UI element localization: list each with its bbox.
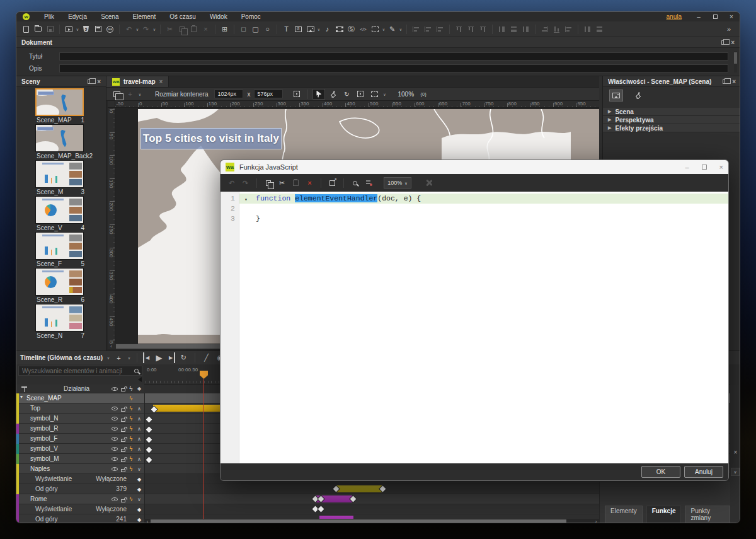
collapse-chevron-icon[interactable]: ∨ (135, 495, 143, 504)
bottom-tab[interactable]: Punkty zmiany (685, 506, 730, 523)
zoom-reset-icon[interactable]: {0} (417, 89, 430, 100)
visibility-icon[interactable] (111, 444, 118, 453)
menu-plik[interactable]: Plik (37, 12, 61, 21)
collapse-chevron-icon[interactable]: ∧ (135, 455, 143, 463)
pen-chevron-icon[interactable]: ∨ (398, 27, 403, 32)
actions-lightning-icon[interactable]: ϟ (127, 495, 135, 504)
bottom-tab[interactable]: Elementy (605, 506, 643, 523)
copy-icon[interactable] (176, 24, 187, 35)
audio-tool-icon[interactable]: ♪ (322, 24, 333, 35)
scroll-left-icon[interactable]: ‹ (108, 344, 115, 349)
account-link[interactable]: anula (667, 13, 682, 20)
scene-list-item[interactable]: Scene_MAP 1 (16, 87, 106, 123)
actions-lightning-icon[interactable]: ϟ (127, 404, 135, 413)
visibility-icon[interactable] (111, 465, 118, 473)
timeline-h-scrollbar[interactable]: ‹ › (144, 519, 599, 523)
scene-script-icon[interactable] (631, 90, 644, 101)
timeline-select-chevron-icon[interactable]: ∨ (106, 356, 111, 360)
actions-lightning-icon[interactable]: ϟ (127, 424, 135, 433)
container-width-input[interactable]: 1024px (214, 90, 243, 98)
scene-thumbnail[interactable] (35, 88, 84, 116)
toolbar-overflow-icon[interactable]: » (727, 25, 736, 33)
actions-column-icon[interactable]: ϟ (127, 385, 135, 392)
symbol-tool-icon[interactable]: Ⓢ (346, 24, 357, 35)
scene-thumbnail[interactable] (35, 124, 84, 152)
replace-icon[interactable] (364, 178, 374, 188)
tab-travel-map[interactable]: wa travel-map × (106, 76, 169, 87)
opis-field[interactable] (59, 64, 728, 72)
actions-lightning-icon[interactable]: ϟ (127, 414, 135, 423)
menu-edycja[interactable]: Edycja (61, 12, 94, 21)
scale-tool-icon[interactable] (354, 89, 367, 100)
close-panel-icon[interactable]: × (97, 78, 101, 85)
cut-icon[interactable]: ✂ (277, 178, 287, 188)
close-panel-icon[interactable]: × (732, 78, 736, 85)
lock-column-icon[interactable] (119, 386, 127, 391)
auto-keyframe-icon[interactable]: ╱ (201, 352, 212, 363)
actions-lightning-icon[interactable]: ϟ (127, 465, 135, 473)
wa-export-icon[interactable]: wa (105, 24, 115, 35)
select-tool-icon[interactable] (312, 89, 325, 100)
paste-icon[interactable] (188, 24, 199, 35)
play-icon[interactable]: ▶ (154, 352, 164, 363)
tytul-field[interactable] (59, 52, 728, 61)
scene-thumbnail[interactable] (35, 160, 84, 188)
keyframe-diamond-icon[interactable]: ◆ (135, 485, 143, 494)
keyframe-column-icon[interactable]: ◆ (135, 386, 143, 391)
timeline-row-label-cell[interactable]: ▾ Od góry 379 ϟ ∧ ◆ (16, 484, 144, 494)
text-field-icon[interactable] (293, 24, 304, 35)
timeline-row-label-cell[interactable]: ▾ symbol_R ϟ ∧ ◆ (16, 424, 144, 434)
image-tool-icon[interactable] (305, 24, 316, 35)
new-document-icon[interactable] (21, 24, 32, 35)
lock-icon[interactable] (119, 465, 127, 473)
open-icon[interactable] (33, 24, 43, 35)
editor-settings-icon[interactable] (423, 178, 434, 188)
lock-icon[interactable] (119, 455, 127, 463)
rotate-tool-icon[interactable]: ↻ (340, 89, 353, 100)
scene-list-item[interactable]: Scene_M 3 (16, 159, 106, 195)
actions-lightning-icon[interactable]: ϟ (127, 455, 135, 463)
visibility-icon[interactable] (111, 404, 118, 413)
scene-list-icon[interactable] (110, 89, 123, 100)
add-timeline-icon[interactable]: + (113, 352, 124, 363)
scroll-thumb[interactable] (151, 519, 566, 523)
same-size-icon[interactable] (551, 24, 562, 35)
same-height-icon[interactable] (539, 24, 550, 35)
close-button[interactable]: × (723, 12, 740, 21)
code-editor[interactable]: 1 2 3 ▾ function elementEventHandler(doc… (220, 192, 728, 465)
align-top-icon[interactable] (454, 24, 464, 35)
rounded-rect-tool-icon[interactable]: ▢ (250, 24, 261, 35)
properties-section[interactable]: ▶ Scena (603, 108, 740, 116)
keyframe-diamond-icon[interactable]: ◆ (135, 475, 143, 484)
align-left-icon[interactable] (411, 24, 421, 35)
float-panel-icon[interactable] (723, 79, 728, 84)
dialog-maximize-icon[interactable] (702, 165, 707, 170)
scene-list-item[interactable]: Scene_MAP_Back 2 (16, 123, 106, 159)
minimize-button[interactable]: – (690, 12, 707, 21)
visibility-icon[interactable] (111, 495, 118, 504)
visibility-icon[interactable] (111, 424, 118, 433)
dialog-titlebar[interactable]: wa Funkcja JavaScript – × (220, 160, 728, 174)
skip-to-end-icon[interactable]: ▶ (168, 352, 175, 363)
float-panel-icon[interactable] (88, 79, 93, 84)
collapse-chevron-icon[interactable]: ∧ (135, 424, 143, 433)
rectangle-tool-icon[interactable]: □ (238, 24, 249, 35)
redo-icon[interactable]: ↷ (240, 178, 251, 188)
timeline-row-label-cell[interactable]: ▾ Wyświetlanie Wyłączone ϟ ∧ ◆ (16, 504, 144, 514)
ellipse-tool-icon[interactable]: ○ (262, 24, 273, 35)
video-tool-icon[interactable] (334, 24, 345, 35)
scene-thumbnail[interactable] (35, 268, 84, 296)
timeline-row-label-cell[interactable]: ▾ Rome ϟ ∨ ◆ (16, 494, 144, 504)
editor-zoom-select[interactable]: 100% ∨ (384, 177, 411, 188)
fold-caret-icon[interactable]: ▾ (244, 195, 248, 205)
scene-list-item[interactable]: Scene_F 5 (16, 231, 106, 267)
timeline-row-label-cell[interactable]: ▾ symbol_F ϟ ∧ ◆ (16, 434, 144, 444)
undo-chevron-icon[interactable]: ∨ (135, 27, 140, 32)
collapse-chevron-icon[interactable]: ∧ (135, 444, 143, 453)
align-center-icon[interactable] (423, 24, 433, 35)
float-panel-icon[interactable] (721, 40, 726, 45)
scroll-right-icon[interactable]: › (593, 519, 599, 523)
scene-thumbnail[interactable] (35, 196, 84, 224)
bottom-tab[interactable]: Funkcje (646, 506, 682, 523)
collapse-marker-icon[interactable] (138, 377, 142, 382)
